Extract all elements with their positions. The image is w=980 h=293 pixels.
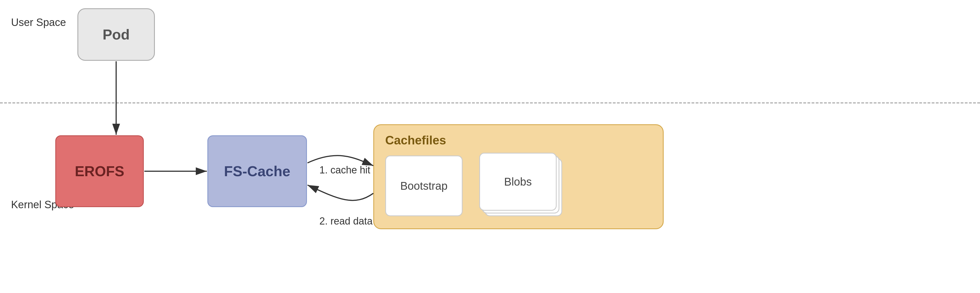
fscache-label: FS-Cache bbox=[224, 163, 290, 179]
space-divider bbox=[0, 102, 980, 104]
cachefiles-to-fscache-arrow bbox=[307, 185, 373, 201]
fscache-box: FS-Cache bbox=[207, 135, 307, 207]
blob-box-front: Blobs bbox=[479, 153, 557, 211]
pod-box: Pod bbox=[78, 8, 155, 61]
read-data-label: 2. read data bbox=[320, 215, 372, 227]
blobs-label: Blobs bbox=[504, 176, 532, 188]
diagram-container: User Space Kernel Space Pod EROFS FS-Cac… bbox=[0, 0, 980, 293]
blobs-stack: Blobs bbox=[479, 153, 562, 219]
erofs-label: EROFS bbox=[75, 163, 124, 179]
erofs-box: EROFS bbox=[55, 135, 144, 207]
pod-label: Pod bbox=[103, 26, 130, 43]
cachefiles-group: Cachefiles Bootstrap Blobs bbox=[373, 124, 663, 229]
cachefiles-title: Cachefiles bbox=[385, 133, 652, 147]
bootstrap-box: Bootstrap bbox=[385, 155, 463, 216]
cache-hit-label: 1. cache hit bbox=[320, 164, 370, 176]
bootstrap-label: Bootstrap bbox=[400, 180, 447, 192]
cachefiles-inner: Bootstrap Blobs bbox=[385, 153, 652, 219]
user-space-label: User Space bbox=[11, 17, 66, 29]
